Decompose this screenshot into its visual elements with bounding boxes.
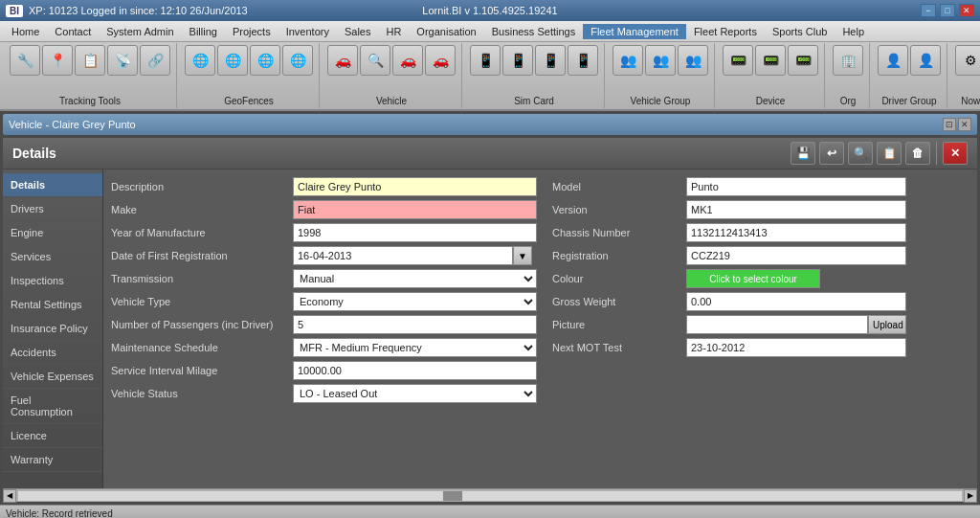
picture-wrapper: Upload (686, 315, 906, 334)
horizontal-scrollbar[interactable]: ◀ ▶ (3, 488, 977, 502)
sidebar-item-vehicle-expenses[interactable]: Vehicle Expenses (3, 365, 102, 389)
undo-button[interactable]: ↩ (819, 142, 844, 165)
sidebar-item-drivers[interactable]: Drivers (3, 197, 102, 221)
close-detail-button[interactable]: ✕ (943, 142, 968, 165)
date-picker-button[interactable]: ▼ (513, 246, 532, 265)
menu-item-system-admin[interactable]: System Admin (99, 24, 181, 39)
toolbar-icon-device-2[interactable]: 📟 (788, 45, 818, 76)
copy-button[interactable]: 📋 (877, 142, 902, 165)
menu-item-help[interactable]: Help (835, 24, 872, 39)
window-close-button[interactable]: ✕ (958, 118, 971, 131)
toolbar-icon-vehicle-2[interactable]: 🚗 (392, 45, 423, 76)
sidebar-item-licence[interactable]: Licence (3, 424, 102, 448)
chassis-number-input[interactable] (686, 223, 906, 242)
detail-toolbar: 💾 ↩ 🔍 📋 🗑 ✕ (791, 142, 968, 165)
passengers-input[interactable] (293, 315, 537, 334)
colour-button[interactable]: Click to select colour (686, 269, 820, 288)
picture-input[interactable] (686, 315, 868, 334)
transmission-select[interactable]: Manual Automatic (293, 269, 537, 288)
scroll-left-button[interactable]: ◀ (3, 489, 16, 503)
upload-button[interactable]: Upload (868, 315, 906, 334)
toolbar-icon-geofences-2[interactable]: 🌐 (250, 45, 280, 76)
menu-item-organisation[interactable]: Organisation (409, 24, 483, 39)
toolbar-icon-org-0[interactable]: 🏢 (833, 45, 863, 76)
toolbar-label-nowtracker: NowTracker (961, 96, 980, 106)
sidebar-item-fuel-consumption[interactable]: Fuel Consumption (3, 389, 102, 424)
menu-item-sales[interactable]: Sales (337, 24, 379, 39)
menu-item-fleet-management[interactable]: Fleet Management (583, 24, 686, 39)
version-row: Version (552, 200, 906, 219)
year-of-manufacture-input[interactable] (293, 223, 537, 242)
toolbar-icon-tracking-tools-0[interactable]: 🔧 (10, 45, 40, 76)
scroll-right-button[interactable]: ▶ (964, 489, 977, 503)
toolbar-icon-geofences-3[interactable]: 🌐 (282, 45, 313, 76)
picture-label: Picture (552, 319, 686, 330)
toolbar-icon-tracking-tools-2[interactable]: 📋 (75, 45, 105, 76)
toolbar-icon-sim-card-2[interactable]: 📱 (535, 45, 566, 76)
toolbar-icon-vehicle-1[interactable]: 🔍 (360, 45, 390, 76)
menu-item-contact[interactable]: Contact (47, 24, 99, 39)
gross-weight-input[interactable] (686, 292, 906, 311)
date-first-registration-input[interactable] (293, 246, 513, 265)
search-button[interactable]: 🔍 (848, 142, 873, 165)
close-button[interactable]: ✕ (959, 4, 974, 17)
sidebar-item-warranty[interactable]: Warranty (3, 448, 102, 472)
minimize-button[interactable]: − (921, 4, 936, 17)
toolbar-icon-driver-group-1[interactable]: 👤 (910, 45, 941, 76)
sidebar-item-insurance-policy[interactable]: Insurance Policy (3, 317, 102, 341)
sidebar-item-services[interactable]: Services (3, 245, 102, 269)
maximize-button[interactable]: □ (940, 4, 955, 17)
next-mot-input[interactable] (686, 338, 906, 357)
scroll-thumb[interactable] (443, 491, 462, 501)
vehicle-status-select[interactable]: LO - Leased Out Active Inactive (293, 384, 537, 403)
toolbar-icon-vehicle-group-2[interactable]: 👥 (678, 45, 708, 76)
registration-input[interactable] (686, 246, 906, 265)
menu-item-projects[interactable]: Projects (225, 24, 278, 39)
window-restore-button[interactable]: ⊡ (943, 118, 956, 131)
vehicle-type-select[interactable]: Economy SUV Truck (293, 292, 537, 311)
toolbar-icon-geofences-0[interactable]: 🌐 (185, 45, 215, 76)
maintenance-schedule-select[interactable]: MFR - Medium Frequency LFR - Low Frequen… (293, 338, 537, 357)
service-interval-label: Service Interval Milage (111, 365, 293, 376)
toolbar-icon-vehicle-group-0[interactable]: 👥 (612, 45, 643, 76)
toolbar-icon-tracking-tools-1[interactable]: 📍 (42, 45, 73, 76)
toolbar-icon-sim-card-0[interactable]: 📱 (470, 45, 501, 76)
toolbar-icon-vehicle-0[interactable]: 🚗 (327, 45, 358, 76)
menu-item-fleet-reports[interactable]: Fleet Reports (686, 24, 765, 39)
toolbar-icon-nowtracker-0[interactable]: ⚙ (955, 45, 980, 76)
sidebar-item-details[interactable]: Details (3, 173, 102, 197)
toolbar-icon-device-1[interactable]: 📟 (755, 45, 786, 76)
toolbar-icon-device-0[interactable]: 📟 (723, 45, 753, 76)
menu-item-billing[interactable]: Billing (182, 24, 225, 39)
sidebar-item-rental-settings[interactable]: Rental Settings (3, 293, 102, 317)
toolbar-icon-sim-card-3[interactable]: 📱 (568, 45, 598, 76)
menu-item-sports-club[interactable]: Sports Club (765, 24, 835, 39)
sidebar-item-engine[interactable]: Engine (3, 221, 102, 245)
toolbar-icon-geofences-1[interactable]: 🌐 (217, 45, 248, 76)
model-input[interactable] (686, 177, 906, 196)
menu-item-hr[interactable]: HR (378, 24, 409, 39)
date-first-registration-label: Date of First Registration (111, 250, 293, 261)
toolbar-icon-vehicle-3[interactable]: 🚗 (425, 45, 456, 76)
status-text: Vehicle: Record retrieved (6, 508, 113, 518)
sidebar-item-accidents[interactable]: Accidents (3, 341, 102, 365)
menu-item-business-settings[interactable]: Business Settings (484, 24, 583, 39)
make-input[interactable] (293, 200, 537, 219)
toolbar-icon-driver-group-0[interactable]: 👤 (878, 45, 908, 76)
sidebar-item-inspections[interactable]: Inspections (3, 269, 102, 293)
chassis-number-label: Chassis Number (552, 227, 686, 238)
delete-button[interactable]: 🗑 (905, 142, 930, 165)
toolbar-icon-vehicle-group-1[interactable]: 👥 (645, 45, 676, 76)
content-area: DetailsDriversEngineServicesInspectionsR… (3, 169, 977, 488)
toolbar-icon-tracking-tools-4[interactable]: 🔗 (140, 45, 170, 76)
toolbar-icon-sim-card-1[interactable]: 📱 (502, 45, 533, 76)
description-input[interactable] (293, 177, 537, 196)
version-input[interactable] (686, 200, 906, 219)
save-button[interactable]: 💾 (791, 142, 815, 165)
next-mot-row: Next MOT Test (552, 338, 906, 357)
service-interval-input[interactable] (293, 361, 537, 380)
toolbar-icon-tracking-tools-3[interactable]: 📡 (107, 45, 138, 76)
menu-item-inventory[interactable]: Inventory (278, 24, 337, 39)
details-header: Details 💾 ↩ 🔍 📋 🗑 ✕ (3, 138, 977, 169)
menu-item-home[interactable]: Home (4, 24, 47, 39)
